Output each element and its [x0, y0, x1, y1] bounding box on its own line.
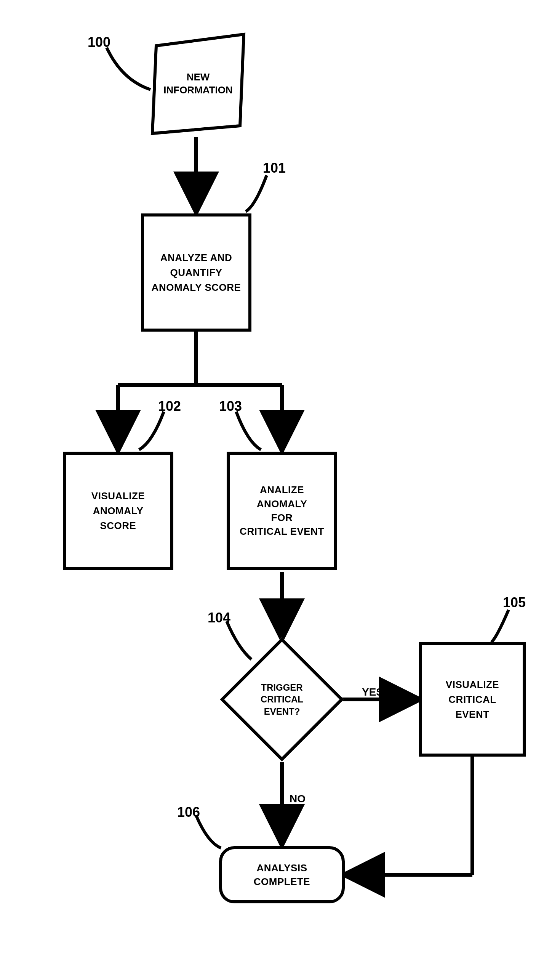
node-analyze-critical-text: ANALIZE ANOMALY FOR CRITICAL EVENT [240, 483, 324, 539]
node-complete: ANALYSIS COMPLETE [219, 846, 345, 903]
node-complete-text: ANALYSIS COMPLETE [254, 861, 310, 889]
callout-100: 100 [88, 34, 110, 50]
node-trigger-decision: TRIGGER CRITICAL EVENT? [238, 656, 326, 743]
node-analyze-critical: ANALIZE ANOMALY FOR CRITICAL EVENT [227, 452, 337, 570]
callout-106: 106 [177, 804, 200, 820]
flowchart-canvas: NEW INFORMATION ANALYZE AND QUANTIFY ANO… [0, 0, 560, 975]
callout-102: 102 [158, 398, 181, 414]
node-visualize-critical: VISUALIZE CRITICAL EVENT [419, 642, 526, 756]
node-analyze-quantify: ANALYZE AND QUANTIFY ANOMALY SCORE [141, 214, 252, 332]
edge-yes-label: YES [362, 686, 383, 698]
edge-no-label: NO [290, 793, 305, 805]
node-visualize-critical-text: VISUALIZE CRITICAL EVENT [446, 677, 499, 722]
node-visualize-score-text: VISUALIZE ANOMALY SCORE [92, 489, 145, 533]
callout-101: 101 [263, 160, 286, 176]
node-new-information: NEW INFORMATION [145, 30, 252, 137]
node-analyze-quantify-text: ANALYZE AND QUANTIFY ANOMALY SCORE [152, 250, 241, 295]
callout-105: 105 [503, 594, 526, 611]
callout-103: 103 [219, 398, 242, 414]
node-visualize-score: VISUALIZE ANOMALY SCORE [63, 452, 173, 570]
node-new-information-text: NEW INFORMATION [163, 71, 233, 97]
callout-104: 104 [208, 610, 230, 626]
node-trigger-text: TRIGGER CRITICAL EVENT? [260, 681, 303, 717]
